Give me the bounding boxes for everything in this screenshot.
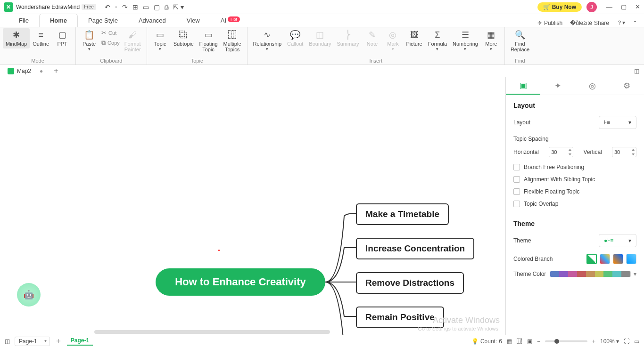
topic-overlap-checkbox[interactable]: Topic Overlap — [513, 201, 636, 207]
redo-icon[interactable]: ↷ — [122, 3, 128, 11]
tab-home[interactable]: Home — [39, 14, 78, 27]
print-icon[interactable]: ⎙ — [165, 3, 168, 11]
format-painter-label: Format Painter — [124, 41, 141, 53]
new-icon[interactable]: ⊞ — [132, 3, 138, 11]
outline-mode-button[interactable]: ≡Outline — [30, 28, 52, 48]
branch-3[interactable]: Remove Distractions — [356, 272, 464, 294]
view-grid-icon[interactable]: ▦ — [507, 338, 512, 345]
ppt-mode-button[interactable]: ▢PPT — [52, 28, 73, 48]
boundary-icon: ◫ — [316, 30, 324, 40]
open-icon[interactable]: ▭ — [143, 3, 149, 11]
horizontal-spinner[interactable]: 30 — [549, 147, 573, 157]
theme-dropdown[interactable]: ●⊦≡▾ — [599, 234, 636, 247]
summary-button[interactable]: ⎬Summary — [334, 28, 362, 48]
undo-icon[interactable]: ↶ — [105, 3, 110, 11]
layout-dropdown[interactable]: ⊦≡▾ — [599, 116, 636, 129]
presentation-icon[interactable]: ▭ — [634, 338, 639, 345]
qat-sep: • — [115, 3, 117, 11]
close-icon[interactable]: ✕ — [635, 3, 640, 10]
tab-view[interactable]: View — [176, 14, 210, 27]
buy-now-button[interactable]: 🛒 Buy Now — [537, 2, 582, 12]
tab-file[interactable]: File — [8, 14, 39, 27]
note-button[interactable]: ✎Note — [362, 28, 382, 48]
horizontal-scrollbar[interactable] — [94, 330, 330, 334]
topic-icon: ▭ — [156, 30, 164, 40]
fullscreen-icon[interactable]: ⛶ — [624, 338, 629, 345]
format-painter-button[interactable]: 🖌Format Painter — [122, 28, 144, 55]
relationship-button[interactable]: ∿Relationship▾ — [250, 28, 285, 54]
mark-button[interactable]: ◎Mark▾ — [382, 28, 403, 54]
export-icon[interactable]: ⇱ ▾ — [173, 3, 184, 11]
cut-button[interactable]: ✂Cut — [99, 28, 122, 37]
active-page-tab[interactable]: Page-1 — [67, 337, 93, 346]
branch-swatch-1[interactable] — [586, 254, 597, 264]
zoom-slider[interactable] — [545, 340, 587, 342]
panel-tab-layout[interactable]: ▣ — [506, 77, 540, 95]
ai-assistant-button[interactable]: 🤖 — [17, 283, 41, 307]
topic-label: Topic — [154, 41, 166, 47]
tab-advanced[interactable]: Advanced — [128, 14, 176, 27]
branch-4[interactable]: Remain Positive — [356, 307, 444, 328]
publish-button[interactable]: ✈ Publish — [537, 20, 562, 26]
mindmap-label: MindMap — [6, 41, 27, 47]
zoom-out-icon[interactable]: − — [537, 338, 540, 345]
tab-page-style[interactable]: Page Style — [78, 14, 128, 27]
more-label: More — [485, 41, 497, 47]
picture-button[interactable]: 🖼Picture — [403, 28, 425, 48]
find-replace-button[interactable]: 🔍Find Replace — [508, 28, 532, 55]
boundary-button[interactable]: ◫Boundary — [306, 28, 334, 48]
panel-tabs: ▣ ✦ ◎ ⚙ — [506, 77, 644, 95]
add-document-button[interactable]: ＋ — [52, 66, 60, 76]
sidebar-toggle-icon[interactable]: ◫ — [5, 338, 10, 345]
align-sibling-checkbox[interactable]: Alignment With Sibling Topic — [513, 176, 636, 183]
canvas[interactable]: How to Enhance Creativity Make a Timetab… — [0, 77, 505, 335]
theme-color-strip[interactable] — [550, 271, 631, 277]
paste-button[interactable]: 📋Paste▾ — [79, 28, 99, 54]
zoom-in-icon[interactable]: + — [592, 338, 595, 345]
tab-ai[interactable]: AIHot — [210, 14, 250, 27]
menu-tabs: File Home Page Style Advanced View AIHot… — [0, 14, 644, 27]
branch-swatch-3[interactable] — [613, 254, 623, 264]
maximize-icon[interactable]: ▢ — [621, 3, 627, 10]
view-center-icon[interactable]: ▣ — [527, 338, 532, 345]
panel-toggle-icon[interactable]: ◫ — [634, 68, 644, 74]
flexible-floating-checkbox[interactable]: Flexible Floating Topic — [513, 188, 636, 195]
formula-button[interactable]: ΣFormula▾ — [425, 28, 450, 54]
collapse-ribbon-icon[interactable]: ⌃ — [633, 20, 637, 26]
multiple-topics-button[interactable]: ⿲Multiple Topics — [221, 28, 244, 55]
mindmap-icon: ✱ — [13, 30, 20, 40]
numbering-button[interactable]: ☰Numbering▾ — [450, 28, 481, 54]
doc-tab-map2[interactable]: Map2 ● — [3, 66, 48, 76]
help-icon[interactable]: ？▾ — [617, 19, 625, 27]
branch-swatch-4[interactable] — [626, 254, 636, 264]
add-page-button[interactable]: ＋ — [55, 336, 62, 346]
floating-topic-button[interactable]: ▭Floating Topic — [196, 28, 220, 55]
panel-tab-style[interactable]: ✦ — [540, 77, 575, 95]
topic-button[interactable]: ▭Topic▾ — [150, 28, 171, 54]
branch-1[interactable]: Make a Timetable — [356, 203, 449, 225]
view-fit-icon[interactable]: ⿲ — [517, 338, 522, 345]
callout-button[interactable]: 💬Callout — [284, 28, 306, 48]
branch-swatch-2[interactable] — [600, 254, 610, 264]
user-avatar[interactable]: J — [586, 2, 597, 12]
doc-modified-dot: ● — [40, 68, 43, 74]
ribbon: ✱MindMap ≡Outline ▢PPT Mode 📋Paste▾ ✂Cut… — [0, 27, 644, 65]
share-button[interactable]: �ůležité Share — [570, 20, 609, 26]
mindmap-mode-button[interactable]: ✱MindMap — [3, 28, 30, 48]
subtopic-button[interactable]: ⿻Subtopic — [171, 28, 197, 48]
copy-button[interactable]: ⧉Copy — [99, 38, 122, 48]
vertical-spinner[interactable]: 30 — [612, 147, 636, 157]
panel-tab-settings[interactable]: ⚙ — [610, 77, 644, 95]
status-bar: ◫ Page-1 ＋ Page-1 💡 Count: 6 ▦ ⿲ ▣ − + 1… — [0, 335, 644, 347]
zoom-value[interactable]: 100% ▾ — [600, 338, 619, 345]
branch-free-checkbox[interactable]: Branch Free Positioning — [513, 164, 636, 170]
panel-tab-icon[interactable]: ◎ — [575, 77, 610, 95]
checkbox-icon — [513, 188, 520, 195]
save-icon[interactable]: ▢ — [154, 3, 160, 11]
central-topic[interactable]: How to Enhance Creativity — [156, 268, 325, 296]
branch-2[interactable]: Increase Concentration — [356, 238, 474, 259]
page-selector[interactable]: Page-1 — [15, 337, 50, 346]
minimize-icon[interactable]: — — [606, 3, 612, 10]
more-button[interactable]: ▦More▾ — [481, 28, 502, 54]
find-label: Find Replace — [511, 41, 529, 53]
